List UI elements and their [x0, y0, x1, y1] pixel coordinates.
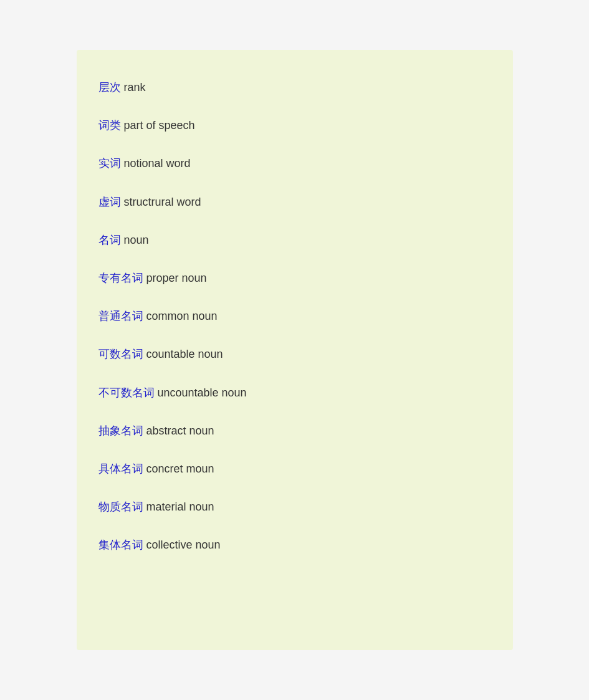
term-english: proper noun: [143, 272, 207, 284]
term-link-material-noun[interactable]: 物质名词 material noun: [98, 501, 214, 513]
list-item: 实词 notional word: [98, 145, 491, 183]
term-english: rank: [121, 81, 146, 93]
term-english: countable noun: [143, 348, 223, 360]
term-link-uncountable-noun[interactable]: 不可数名词 uncountable noun: [98, 386, 247, 399]
term-english: material noun: [143, 501, 214, 513]
term-chinese: 集体名词: [98, 539, 143, 551]
term-link-countable-noun[interactable]: 可数名词 countable noun: [98, 348, 223, 360]
term-english: concret moun: [143, 463, 214, 475]
term-link-common-noun[interactable]: 普通名词 common noun: [98, 310, 218, 322]
list-item: 词类 part of speech: [98, 107, 491, 145]
list-item: 抽象名词 abstract noun: [98, 412, 491, 450]
main-card: 层次 rank词类 part of speech实词 notional word…: [77, 50, 513, 650]
list-item: 层次 rank: [98, 69, 491, 107]
term-link-abstract-noun[interactable]: 抽象名词 abstract noun: [98, 424, 214, 437]
term-english: abstract noun: [143, 424, 214, 437]
list-item: 虚词 structrural word: [98, 183, 491, 221]
term-chinese: 专有名词: [98, 272, 143, 284]
term-english: structrural word: [121, 196, 201, 208]
term-chinese: 词类: [98, 119, 121, 132]
list-item: 具体名词 concret moun: [98, 450, 491, 488]
term-english: common noun: [143, 310, 218, 322]
term-link-notional-word[interactable]: 实词 notional word: [98, 157, 191, 170]
list-item: 普通名词 common noun: [98, 297, 491, 335]
term-link-rank[interactable]: 层次 rank: [98, 81, 146, 93]
term-link-collective-noun[interactable]: 集体名词 collective noun: [98, 539, 221, 551]
term-english: notional word: [121, 157, 191, 170]
term-chinese: 普通名词: [98, 310, 143, 322]
term-link-concrete-noun[interactable]: 具体名词 concret moun: [98, 463, 214, 475]
list-item: 不可数名词 uncountable noun: [98, 374, 491, 412]
list-item: 可数名词 countable noun: [98, 335, 491, 373]
term-english: noun: [121, 234, 149, 246]
term-chinese: 层次: [98, 81, 121, 93]
list-item: 名词 noun: [98, 221, 491, 259]
list-item: 物质名词 material noun: [98, 488, 491, 526]
term-chinese: 具体名词: [98, 463, 143, 475]
term-english: collective noun: [143, 539, 221, 551]
term-link-structural-word[interactable]: 虚词 structrural word: [98, 196, 201, 208]
list-item: 集体名词 collective noun: [98, 526, 491, 564]
term-chinese: 物质名词: [98, 501, 143, 513]
list-item: 专有名词 proper noun: [98, 259, 491, 297]
term-link-proper-noun[interactable]: 专有名词 proper noun: [98, 272, 207, 284]
term-chinese: 不可数名词: [98, 386, 155, 399]
term-chinese: 虚词: [98, 196, 121, 208]
term-chinese: 可数名词: [98, 348, 143, 360]
term-chinese: 抽象名词: [98, 424, 143, 437]
term-link-noun[interactable]: 名词 noun: [98, 234, 149, 246]
term-english: part of speech: [121, 119, 195, 132]
term-english: uncountable noun: [155, 386, 247, 399]
term-chinese: 实词: [98, 157, 121, 170]
term-link-part-of-speech[interactable]: 词类 part of speech: [98, 119, 195, 132]
term-chinese: 名词: [98, 234, 121, 246]
